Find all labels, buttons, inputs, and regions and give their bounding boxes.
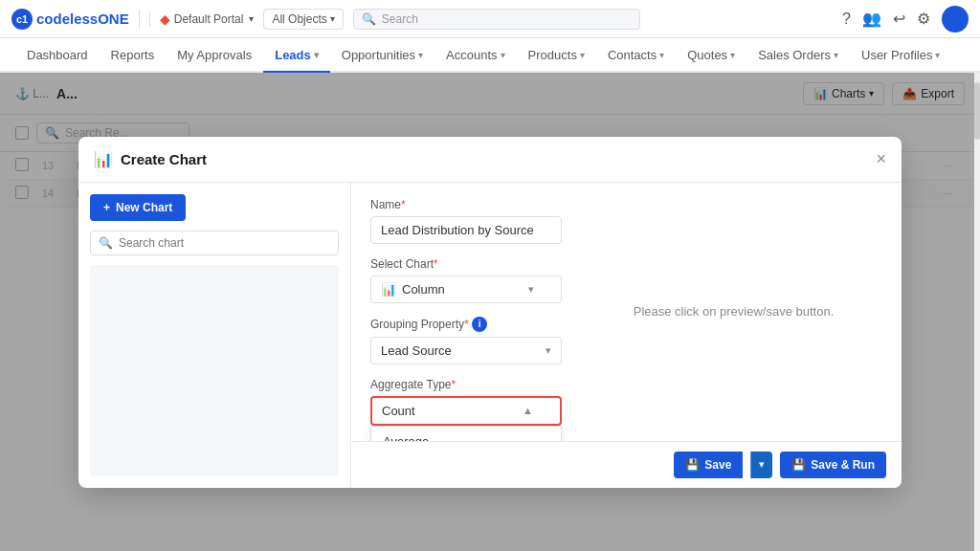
portal-dropdown-icon: ▾ (249, 13, 254, 24)
grouping-info-icon[interactable]: i (472, 317, 487, 332)
leads-dropdown-arrow: ▾ (314, 50, 319, 60)
navbar: Dashboard Reports My Approvals Leads▾ Op… (0, 38, 980, 73)
portal-selector[interactable]: ◆ Default Portal ▾ (149, 11, 255, 27)
modal-title: Create Chart (121, 151, 868, 167)
chart-select-wrapper: 📊 Column ▾ (370, 276, 562, 303)
cont-dropdown-arrow: ▾ (659, 50, 664, 60)
nav-item-accounts[interactable]: Accounts▾ (434, 38, 516, 73)
grouping-label: Grouping Property* i (370, 317, 562, 332)
nav-item-leads[interactable]: Leads▾ (263, 38, 330, 73)
nav-item-contacts[interactable]: Contacts▾ (596, 38, 676, 73)
create-chart-modal: 📊 Create Chart × + New Chart 🔍 (78, 137, 902, 488)
chart-required: * (434, 257, 438, 271)
nav-item-dashboard[interactable]: Dashboard (15, 38, 100, 73)
portal-label: Default Portal (174, 12, 244, 26)
name-required: * (401, 198, 406, 211)
aggregate-type-group: Aggregate Type* Count ▲ Average (370, 378, 562, 426)
new-chart-label: New Chart (116, 201, 172, 214)
nav-item-opportunities[interactable]: Opportunities▾ (330, 38, 434, 73)
save-button[interactable]: 💾 Save (674, 452, 743, 478)
aggregate-wrapper: Count ▲ Average Count (370, 396, 562, 426)
all-objects-label: All Objects (272, 12, 326, 26)
select-chart-label: Select Chart* (370, 257, 562, 271)
grouping-select-arrow: ▾ (546, 344, 551, 357)
aggregate-required: * (452, 378, 457, 391)
select-chart-group: Select Chart* 📊 Column ▾ (370, 257, 562, 303)
chart-search-input[interactable] (119, 236, 330, 250)
logo-icon: c1 (11, 9, 33, 30)
name-field-group: Name* (370, 198, 562, 244)
modal-close-button[interactable]: × (876, 150, 886, 167)
aggregate-value: Count (382, 404, 415, 418)
portal-icon: ◆ (160, 11, 170, 27)
aggregate-type-trigger[interactable]: Count ▲ (370, 396, 562, 426)
form-fields: Name* Select Chart* 📊 Column (370, 198, 562, 426)
new-chart-icon: + (103, 201, 110, 214)
preview-text: Please click on preview/save button. (634, 304, 835, 319)
grouping-value: Lead Source (381, 343, 452, 358)
all-objects-arrow: ▾ (330, 13, 335, 24)
help-icon[interactable]: ? (842, 11, 851, 28)
grouping-select-wrapper: Lead Source ▾ (370, 337, 562, 364)
all-objects-button[interactable]: All Objects ▾ (263, 9, 343, 30)
chart-search-box[interactable]: 🔍 (90, 231, 339, 255)
quot-dropdown-arrow: ▾ (730, 50, 735, 60)
acc-dropdown-arrow: ▾ (501, 50, 505, 60)
nav-item-sales-orders[interactable]: Sales Orders▾ (746, 38, 850, 73)
logo: c1 codelessONE (11, 9, 129, 30)
modal-overlay: 📊 Create Chart × + New Chart 🔍 (0, 73, 980, 551)
aggregate-label: Aggregate Type* (370, 378, 562, 391)
search-icon: 🔍 (362, 12, 376, 26)
dropdown-item-average[interactable]: Average (371, 427, 561, 441)
nav-item-quotes[interactable]: Quotes▾ (676, 38, 746, 73)
user-avatar[interactable] (942, 6, 969, 33)
save-and-run-button[interactable]: 💾 Save & Run (780, 452, 886, 478)
grouping-required: * (464, 317, 469, 330)
modal-footer: 💾 Save ▾ 💾 Save & Run (351, 441, 902, 488)
global-search[interactable]: 🔍 Search (353, 9, 640, 30)
modal-header: 📊 Create Chart × (78, 137, 902, 183)
up-dropdown-arrow: ▾ (935, 50, 940, 60)
chart-select-arrow: ▾ (528, 283, 534, 296)
save-run-icon: 💾 (791, 458, 806, 472)
modal-form: Name* Select Chart* 📊 Column (351, 183, 902, 441)
opp-dropdown-arrow: ▾ (418, 50, 423, 60)
aggregate-dropdown: Average Count Sum (370, 426, 562, 441)
modal-left-panel: + New Chart 🔍 (78, 183, 351, 488)
grouping-property-select[interactable]: Lead Source ▾ (370, 337, 562, 364)
chart-type-select[interactable]: 📊 Column ▾ (370, 276, 562, 303)
chart-type-value: Column (402, 282, 445, 297)
save-run-label: Save & Run (811, 458, 875, 472)
topbar-icons: ? 👥 ↩ ⚙ (842, 6, 969, 33)
so-dropdown-arrow: ▾ (834, 50, 838, 60)
modal-body: + New Chart 🔍 Name* (78, 183, 902, 488)
chart-icon: 📊 (94, 150, 113, 168)
separator (139, 10, 140, 29)
nav-item-approvals[interactable]: My Approvals (166, 38, 263, 73)
nav-item-user-profiles[interactable]: User Profiles▾ (850, 38, 951, 73)
content-area: ⚓ L... A... 📊 Charts ▾ 📤 Export 🔍 Search… (0, 73, 980, 551)
prod-dropdown-arrow: ▾ (580, 50, 585, 60)
save-icon: 💾 (685, 458, 700, 472)
chart-search-icon: 🔍 (99, 236, 113, 250)
chart-preview-area (90, 265, 339, 476)
name-label: Name* (370, 198, 562, 211)
chart-preview-placeholder: Please click on preview/save button. (585, 198, 882, 426)
nav-item-reports[interactable]: Reports (100, 38, 167, 73)
chart-name-input[interactable] (370, 216, 562, 244)
new-chart-button[interactable]: + New Chart (90, 194, 186, 221)
search-placeholder: Search (382, 12, 418, 26)
settings-icon[interactable]: ⚙ (917, 10, 930, 28)
undo-icon[interactable]: ↩ (893, 10, 905, 28)
grouping-property-group: Grouping Property* i Lead Source ▾ (370, 317, 562, 364)
nav-item-products[interactable]: Products▾ (517, 38, 596, 73)
save-label: Save (704, 458, 731, 472)
logo-text: codelessONE (36, 11, 129, 27)
aggregate-arrow: ▲ (523, 405, 533, 416)
save-dropdown-button[interactable]: ▾ (750, 452, 772, 478)
topbar: c1 codelessONE ◆ Default Portal ▾ All Ob… (0, 0, 980, 38)
users-icon[interactable]: 👥 (862, 10, 881, 28)
modal-right-panel: Name* Select Chart* 📊 Column (351, 183, 902, 488)
column-chart-icon: 📊 (381, 282, 396, 297)
